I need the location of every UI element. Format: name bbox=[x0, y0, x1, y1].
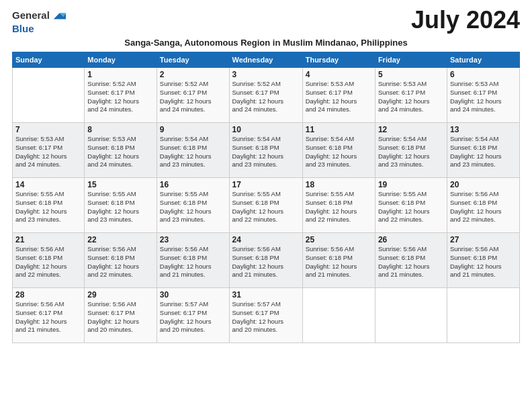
calendar-cell: 6Sunrise: 5:53 AMSunset: 6:17 PMDaylight… bbox=[447, 68, 519, 123]
calendar-cell: 30Sunrise: 5:57 AMSunset: 6:17 PMDayligh… bbox=[157, 288, 229, 343]
day-info: Sunrise: 5:55 AMSunset: 6:18 PMDaylight:… bbox=[232, 190, 300, 224]
day-number: 1 bbox=[87, 70, 153, 79]
day-info: Sunrise: 5:54 AMSunset: 6:18 PMDaylight:… bbox=[232, 135, 300, 169]
day-number: 21 bbox=[15, 235, 81, 244]
calendar-cell: 25Sunrise: 5:56 AMSunset: 6:18 PMDayligh… bbox=[302, 233, 375, 288]
calendar-cell: 21Sunrise: 5:56 AMSunset: 6:18 PMDayligh… bbox=[13, 233, 85, 288]
day-info: Sunrise: 5:57 AMSunset: 6:17 PMDaylight:… bbox=[160, 300, 226, 334]
calendar-cell: 18Sunrise: 5:55 AMSunset: 6:18 PMDayligh… bbox=[302, 178, 375, 233]
day-number: 4 bbox=[306, 70, 372, 79]
day-info: Sunrise: 5:55 AMSunset: 6:18 PMDaylight:… bbox=[160, 190, 226, 224]
day-info: Sunrise: 5:55 AMSunset: 6:18 PMDaylight:… bbox=[15, 190, 81, 224]
calendar-cell: 19Sunrise: 5:55 AMSunset: 6:18 PMDayligh… bbox=[375, 178, 447, 233]
day-number: 23 bbox=[160, 235, 226, 244]
calendar-cell: 20Sunrise: 5:56 AMSunset: 6:18 PMDayligh… bbox=[447, 178, 519, 233]
calendar-cell: 31Sunrise: 5:57 AMSunset: 6:17 PMDayligh… bbox=[229, 288, 302, 343]
month-title: July 2024 bbox=[411, 8, 520, 32]
header-row-days: SundayMondayTuesdayWednesdayThursdayFrid… bbox=[13, 52, 520, 68]
calendar-cell: 16Sunrise: 5:55 AMSunset: 6:18 PMDayligh… bbox=[157, 178, 229, 233]
day-number: 22 bbox=[87, 235, 153, 244]
day-number: 14 bbox=[15, 180, 81, 189]
header-day-saturday: Saturday bbox=[447, 52, 519, 68]
day-number: 8 bbox=[87, 125, 153, 134]
calendar-cell: 17Sunrise: 5:55 AMSunset: 6:18 PMDayligh… bbox=[229, 178, 302, 233]
calendar-cell: 14Sunrise: 5:55 AMSunset: 6:18 PMDayligh… bbox=[13, 178, 85, 233]
calendar-cell: 27Sunrise: 5:56 AMSunset: 6:18 PMDayligh… bbox=[447, 233, 519, 288]
day-info: Sunrise: 5:55 AMSunset: 6:18 PMDaylight:… bbox=[306, 190, 372, 224]
day-number: 24 bbox=[232, 235, 300, 244]
day-number: 26 bbox=[378, 235, 444, 244]
day-info: Sunrise: 5:55 AMSunset: 6:18 PMDaylight:… bbox=[378, 190, 444, 224]
week-row-2: 7Sunrise: 5:53 AMSunset: 6:17 PMDaylight… bbox=[13, 123, 520, 178]
calendar-cell: 7Sunrise: 5:53 AMSunset: 6:17 PMDaylight… bbox=[13, 123, 85, 178]
day-number: 16 bbox=[160, 180, 226, 189]
day-number: 25 bbox=[306, 235, 372, 244]
calendar-header: SundayMondayTuesdayWednesdayThursdayFrid… bbox=[13, 52, 520, 68]
calendar-cell: 23Sunrise: 5:56 AMSunset: 6:18 PMDayligh… bbox=[157, 233, 229, 288]
week-row-5: 28Sunrise: 5:56 AMSunset: 6:17 PMDayligh… bbox=[13, 288, 520, 343]
day-number: 27 bbox=[450, 235, 517, 244]
logo-text-blue: Blue bbox=[12, 23, 34, 34]
header-row: General Blue July 2024 bbox=[12, 8, 520, 35]
header-day-wednesday: Wednesday bbox=[229, 52, 302, 68]
page: General Blue July 2024 Sanga-Sanga, Auto… bbox=[0, 0, 532, 350]
day-number: 18 bbox=[306, 180, 372, 189]
day-info: Sunrise: 5:55 AMSunset: 6:18 PMDaylight:… bbox=[87, 190, 153, 224]
logo-text-general: General bbox=[12, 10, 50, 21]
header-day-thursday: Thursday bbox=[302, 52, 375, 68]
day-info: Sunrise: 5:53 AMSunset: 6:17 PMDaylight:… bbox=[450, 80, 517, 114]
header-day-sunday: Sunday bbox=[13, 52, 85, 68]
day-number: 12 bbox=[378, 125, 444, 134]
calendar-cell bbox=[447, 288, 519, 343]
header-day-friday: Friday bbox=[375, 52, 447, 68]
day-number: 17 bbox=[232, 180, 300, 189]
day-info: Sunrise: 5:53 AMSunset: 6:17 PMDaylight:… bbox=[378, 80, 444, 114]
day-number: 11 bbox=[306, 125, 372, 134]
day-number: 13 bbox=[450, 125, 517, 134]
week-row-3: 14Sunrise: 5:55 AMSunset: 6:18 PMDayligh… bbox=[13, 178, 520, 233]
calendar-cell: 8Sunrise: 5:53 AMSunset: 6:18 PMDaylight… bbox=[85, 123, 157, 178]
day-info: Sunrise: 5:52 AMSunset: 6:17 PMDaylight:… bbox=[87, 80, 153, 114]
calendar-cell: 9Sunrise: 5:54 AMSunset: 6:18 PMDaylight… bbox=[157, 123, 229, 178]
day-number: 6 bbox=[450, 70, 517, 79]
calendar-cell: 12Sunrise: 5:54 AMSunset: 6:18 PMDayligh… bbox=[375, 123, 447, 178]
header-day-tuesday: Tuesday bbox=[157, 52, 229, 68]
day-number: 28 bbox=[15, 290, 81, 300]
day-info: Sunrise: 5:52 AMSunset: 6:17 PMDaylight:… bbox=[160, 80, 226, 114]
day-info: Sunrise: 5:56 AMSunset: 6:18 PMDaylight:… bbox=[378, 245, 444, 279]
day-number: 29 bbox=[87, 290, 153, 300]
day-number: 2 bbox=[160, 70, 226, 79]
day-info: Sunrise: 5:54 AMSunset: 6:18 PMDaylight:… bbox=[450, 135, 517, 169]
calendar-cell bbox=[13, 68, 85, 123]
day-info: Sunrise: 5:56 AMSunset: 6:17 PMDaylight:… bbox=[15, 300, 81, 334]
calendar-cell: 2Sunrise: 5:52 AMSunset: 6:17 PMDaylight… bbox=[157, 68, 229, 123]
day-info: Sunrise: 5:56 AMSunset: 6:18 PMDaylight:… bbox=[15, 245, 81, 279]
header-day-monday: Monday bbox=[85, 52, 157, 68]
logo-icon bbox=[51, 8, 66, 23]
calendar-cell: 4Sunrise: 5:53 AMSunset: 6:17 PMDaylight… bbox=[302, 68, 375, 123]
calendar-cell: 13Sunrise: 5:54 AMSunset: 6:18 PMDayligh… bbox=[447, 123, 519, 178]
day-info: Sunrise: 5:54 AMSunset: 6:18 PMDaylight:… bbox=[306, 135, 372, 169]
day-info: Sunrise: 5:56 AMSunset: 6:18 PMDaylight:… bbox=[87, 245, 153, 279]
calendar-cell: 1Sunrise: 5:52 AMSunset: 6:17 PMDaylight… bbox=[85, 68, 157, 123]
day-number: 20 bbox=[450, 180, 517, 189]
calendar-cell: 24Sunrise: 5:56 AMSunset: 6:18 PMDayligh… bbox=[229, 233, 302, 288]
day-info: Sunrise: 5:54 AMSunset: 6:18 PMDaylight:… bbox=[160, 135, 226, 169]
calendar-cell bbox=[375, 288, 447, 343]
logo: General Blue bbox=[12, 8, 66, 35]
day-info: Sunrise: 5:57 AMSunset: 6:17 PMDaylight:… bbox=[232, 300, 300, 334]
day-info: Sunrise: 5:54 AMSunset: 6:18 PMDaylight:… bbox=[378, 135, 444, 169]
day-info: Sunrise: 5:56 AMSunset: 6:18 PMDaylight:… bbox=[450, 190, 517, 224]
day-info: Sunrise: 5:56 AMSunset: 6:18 PMDaylight:… bbox=[160, 245, 226, 279]
day-info: Sunrise: 5:53 AMSunset: 6:18 PMDaylight:… bbox=[87, 135, 153, 169]
calendar-body: 1Sunrise: 5:52 AMSunset: 6:17 PMDaylight… bbox=[13, 68, 520, 343]
day-number: 30 bbox=[160, 290, 226, 300]
calendar-cell: 28Sunrise: 5:56 AMSunset: 6:17 PMDayligh… bbox=[13, 288, 85, 343]
day-info: Sunrise: 5:56 AMSunset: 6:17 PMDaylight:… bbox=[87, 300, 153, 334]
calendar-cell: 29Sunrise: 5:56 AMSunset: 6:17 PMDayligh… bbox=[85, 288, 157, 343]
calendar-cell: 3Sunrise: 5:52 AMSunset: 6:17 PMDaylight… bbox=[229, 68, 302, 123]
day-number: 5 bbox=[378, 70, 444, 79]
day-number: 9 bbox=[160, 125, 226, 134]
subtitle: Sanga-Sanga, Autonomous Region in Muslim… bbox=[12, 38, 520, 48]
calendar-cell bbox=[302, 288, 375, 343]
